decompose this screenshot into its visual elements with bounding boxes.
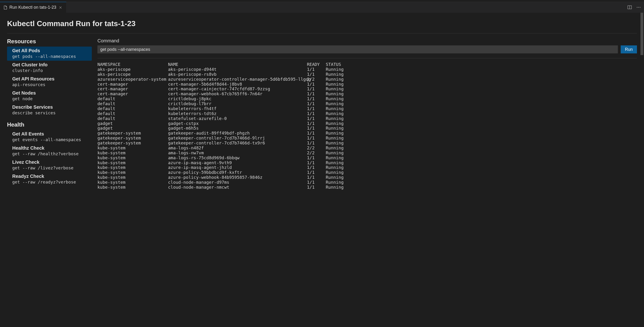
output-row: kube-systemazure-policy-webhook-84b95958… (98, 175, 637, 180)
output-name: cert-manager-5b6d4f8d44-j8bv8 (168, 82, 307, 87)
sidebar-item-cmd: get --raw /healthz?verbose (12, 151, 90, 156)
sidebar-item-cmd: get pods --all-namespaces (12, 54, 90, 59)
sidebar-item[interactable]: Get All Eventsget events --all-namespace… (7, 130, 92, 144)
output-status: Running (326, 106, 349, 111)
editor-tab[interactable]: Run Kubectl on tats-1-23 (0, 2, 66, 13)
output-row: gatekeeper-systemgatekeeper-controller-7… (98, 141, 637, 146)
output-namespace: gatekeeper-system (98, 136, 168, 141)
output-status: Running (326, 72, 349, 77)
output-status: Running (326, 96, 349, 101)
output-row: gatekeeper-systemgatekeeper-controller-7… (98, 136, 637, 141)
output-status: Running (326, 185, 349, 190)
sidebar-item[interactable]: Get Cluster Infocluster-info (7, 61, 92, 75)
output-namespace: kube-system (98, 160, 168, 165)
output-ready: 1/1 (307, 136, 326, 141)
output-name: aks-periscope-d944t (168, 67, 307, 72)
split-editor-icon[interactable] (627, 5, 632, 10)
output-name: gatekeeper-controller-7cd7b7466d-9lrrj (168, 136, 307, 141)
sidebar-item[interactable]: Readyz Checkget --raw /readyz?verbose (7, 172, 92, 186)
output-row: kube-systemama-logs-n482f2/2Running (98, 146, 637, 151)
sidebar-section-title: Health (7, 121, 92, 128)
output-ready: READY (307, 62, 326, 67)
output-ready: 1/1 (307, 91, 326, 96)
output-namespace: aks-periscope (98, 67, 168, 72)
output-name: azure-ip-masq-agent-jhzld (168, 165, 307, 170)
sidebar-item[interactable]: Livez Checkget --raw /livez?verbose (7, 158, 92, 172)
close-icon[interactable] (58, 5, 63, 10)
output-name: azure-policy-59bbdbcd9f-kxftr (168, 170, 307, 175)
run-button[interactable]: Run (621, 45, 637, 53)
output-namespace: kube-system (98, 165, 168, 170)
sidebar-item-label: Livez Check (12, 159, 90, 165)
output-namespace: gadget (98, 126, 168, 131)
output-ready: 1/1 (307, 106, 326, 111)
output-row: cert-managercert-manager-5b6d4f8d44-j8bv… (98, 82, 637, 87)
sidebar-item-cmd: describe services (12, 110, 90, 115)
output-status: Running (326, 141, 349, 146)
output-name: aks-periscope-rs8vb (168, 72, 307, 77)
page-title: Kubectl Command Run for tats-1-23 (7, 19, 637, 33)
output-row: kube-systemcloud-node-manager-nmcwt1/1Ru… (98, 185, 637, 190)
svg-point-2 (637, 7, 638, 7)
output-name: kubeleterrors-fh4tf (168, 106, 307, 111)
output-name: azure-ip-masq-agent-9vth9 (168, 160, 307, 165)
output-row: gadgetgadget-cstpx1/1Running (98, 121, 637, 126)
output-status: Running (326, 91, 349, 96)
output-row: aks-periscopeaks-periscope-d944t1/1Runni… (98, 67, 637, 72)
sidebar-item-label: Healthz Check (12, 145, 90, 151)
output-status: Running (326, 126, 349, 131)
output-row: gatekeeper-systemgatekeeper-audit-89ff49… (98, 131, 637, 136)
output-status: Running (326, 77, 349, 82)
output-ready: 1/1 (307, 141, 326, 146)
output-row: cert-managercert-manager-webhook-67cb765… (98, 91, 637, 96)
sidebar-item-label: Readyz Check (12, 174, 90, 179)
sidebar-item-label: Get Nodes (12, 90, 90, 96)
command-input[interactable] (98, 45, 618, 53)
sidebar-item-label: Get All Events (12, 131, 90, 137)
more-actions-icon[interactable] (636, 5, 641, 10)
command-output: NAMESPACENAMEREADYSTATUSaks-periscopeaks… (98, 62, 637, 190)
main-panel: Command Run NAMESPACENAMEREADYSTATUSaks-… (98, 38, 637, 191)
output-ready: 1/1 (307, 87, 326, 91)
sidebar-item[interactable]: Describe Servicesdescribe services (7, 103, 92, 117)
output-ready: 1/1 (307, 165, 326, 170)
output-name: gadget-cstpx (168, 121, 307, 126)
sidebar: ResourcesGet All Podsget pods --all-name… (7, 38, 92, 191)
output-namespace: kube-system (98, 170, 168, 175)
output-namespace: NAMESPACE (98, 62, 168, 67)
output-ready: 1/1 (307, 96, 326, 101)
output-ready: 2/2 (307, 146, 326, 151)
file-icon (3, 5, 8, 10)
sidebar-item[interactable]: Healthz Checkget --raw /healthz?verbose (7, 144, 92, 158)
vertical-scrollbar[interactable] (640, 13, 644, 327)
output-status: Running (326, 165, 349, 170)
output-row: defaultkubeleterrors-tdt6z1/1Running (98, 111, 637, 116)
output-ready: 2/2 (307, 151, 326, 155)
output-ready: 1/1 (307, 116, 326, 121)
output-status: Running (326, 101, 349, 106)
output-namespace: default (98, 96, 168, 101)
sidebar-item[interactable]: Get Nodesget node (7, 89, 92, 103)
output-row: defaultcrictldebug-l7brr1/1Running (98, 101, 637, 106)
output-ready: 1/1 (307, 67, 326, 72)
output-status: Running (326, 136, 349, 141)
sidebar-item-cmd: get --raw /livez?verbose (12, 165, 90, 170)
sidebar-item-cmd: get events --all-namespaces (12, 137, 90, 142)
output-status: Running (326, 121, 349, 126)
scrollbar-thumb[interactable] (640, 13, 643, 55)
output-namespace: default (98, 116, 168, 121)
output-row: kube-systemazure-ip-masq-agent-jhzld1/1R… (98, 165, 637, 170)
output-name: ama-logs-nw7vm (168, 151, 307, 155)
output-status: Running (326, 180, 349, 185)
output-namespace: kube-system (98, 180, 168, 185)
sidebar-item[interactable]: Get API Resourcesapi-resources (7, 75, 92, 89)
output-status: Running (326, 170, 349, 175)
output-status: Running (326, 116, 349, 121)
output-ready: 1/1 (307, 126, 326, 131)
output-ready: 1/1 (307, 185, 326, 190)
sidebar-item[interactable]: Get All Podsget pods --all-namespaces (7, 46, 92, 61)
output-status: Running (326, 146, 349, 151)
svg-point-3 (638, 7, 639, 7)
output-name: cert-manager-cainjector-747cfdfd87-9zzsg (168, 87, 307, 91)
command-label: Command (98, 38, 637, 43)
